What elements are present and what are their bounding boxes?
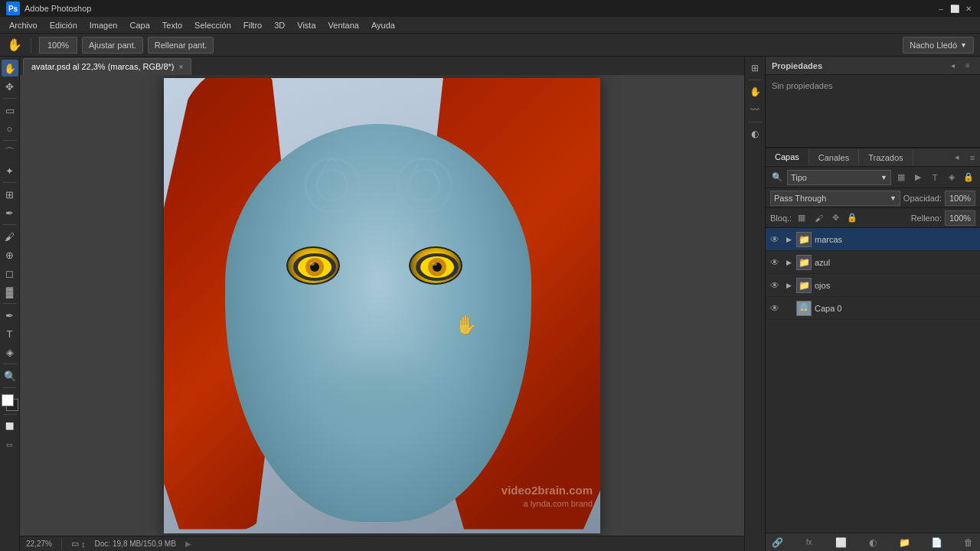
filter-smart-icon[interactable]: 🔒 [962, 171, 975, 184]
tool-icon-options: ✋ [6, 37, 23, 54]
layer-expand-azul[interactable]: ▶ [784, 258, 793, 267]
status-extras: ▭ ↕ [71, 539, 86, 549]
menu-filtro[interactable]: Filtro [237, 19, 268, 31]
filter-pixel-icon[interactable]: ▦ [894, 171, 908, 184]
filter-adjustment-icon[interactable]: ▶ [911, 171, 925, 184]
tab-close-button[interactable]: × [178, 63, 183, 71]
menu-archivo[interactable]: Archivo [3, 19, 44, 31]
properties-menu-button[interactable]: ≡ [962, 60, 974, 72]
tab-capas[interactable]: Capas [766, 149, 809, 165]
blend-mode-select[interactable]: Pass Through ▼ [770, 191, 900, 206]
add-group-button[interactable]: 📁 [898, 536, 912, 549]
move-tool-button[interactable]: ✥ [2, 78, 18, 95]
document-tab[interactable]: avatar.psd al 22,3% (marcas, RGB/8*) × [23, 58, 191, 75]
gradient-tool[interactable]: ▓ [2, 283, 18, 300]
fill-screen-button[interactable]: Rellenar pant. [148, 37, 214, 54]
tab-canales[interactable]: Canales [809, 150, 859, 165]
layers-menu-button[interactable]: ≡ [965, 150, 980, 165]
layer-item-ojos[interactable]: 👁 ▶ 📁 ojos [766, 274, 980, 297]
magic-wand-tool[interactable]: ✦ [2, 162, 18, 179]
layer-filter-row: 🔍 Tipo ▼ ▦ ▶ T ◈ 🔒 [766, 167, 980, 188]
tab-trazados[interactable]: Trazados [859, 150, 913, 165]
fit-screen-button[interactable]: Ajustar pant. [82, 37, 143, 54]
text-tool[interactable]: T [2, 325, 18, 342]
layer-item-marcas[interactable]: 👁 ▶ 📁 marcas [766, 228, 980, 251]
restore-button[interactable]: ⬜ [949, 3, 960, 14]
lasso-tool[interactable]: ⌒ [2, 144, 18, 161]
delete-layer-button[interactable]: 🗑 [962, 536, 975, 549]
close-button[interactable]: ✕ [963, 3, 974, 14]
layer-vis-ojos[interactable]: 👁 [769, 279, 781, 292]
layer-vis-azul[interactable]: 👁 [769, 256, 781, 269]
rtool-btn-4[interactable]: ◐ [746, 126, 763, 142]
path-select-tool[interactable]: ◈ [2, 344, 18, 360]
link-layers-button[interactable]: 🔗 [770, 536, 784, 549]
pen-tool[interactable]: ✒ [2, 307, 18, 324]
menu-ventana[interactable]: Ventana [322, 19, 365, 31]
add-adjustment-button[interactable]: ◐ [866, 536, 880, 549]
layer-item-capa0[interactable]: 👁 ▶ Capa 0 [766, 297, 980, 320]
add-mask-button[interactable]: ⬜ [834, 536, 848, 549]
crop-tool[interactable]: ⊞ [2, 186, 18, 203]
add-layer-button[interactable]: 📄 [929, 536, 943, 549]
title-bar: Ps Adobe Photoshop – ⬜ ✕ [0, 0, 980, 17]
properties-collapse-button[interactable]: ◂ [946, 60, 959, 72]
properties-panel-content: Sin propiedades [766, 75, 980, 96]
screen-mode-button[interactable]: ▭ [2, 436, 18, 453]
layers-collapse-button[interactable]: ◂ [949, 150, 965, 165]
status-arrow[interactable]: ▶ [185, 540, 191, 548]
eraser-tool[interactable]: ◻ [2, 265, 18, 282]
menu-seleccion[interactable]: Selección [188, 19, 237, 31]
menu-3d[interactable]: 3D [268, 19, 291, 31]
eyedropper-tool[interactable]: ✒ [2, 204, 18, 221]
layers-panel: Capas Canales Trazados ◂ ≡ 🔍 Tipo ▼ ▦ ▶ … [766, 148, 980, 551]
hand-tool-button[interactable]: ✋ [2, 60, 18, 77]
menu-ayuda[interactable]: Ayuda [365, 19, 401, 31]
add-layer-style-button[interactable]: fx [802, 536, 816, 549]
right-toolbar: ⊞ ✋ 〰 ◐ [744, 57, 766, 551]
rtool-btn-2[interactable]: ✋ [746, 83, 763, 100]
search-layers-icon[interactable]: 🔍 [770, 171, 784, 184]
menu-texto[interactable]: Texto [156, 19, 188, 31]
marquee-ellipse-tool[interactable]: ○ [2, 120, 18, 137]
menu-edicion[interactable]: Edición [44, 19, 83, 31]
lock-transparent-button[interactable]: ▦ [795, 211, 808, 225]
marquee-rect-tool[interactable]: ▭ [2, 102, 18, 119]
color-swatches[interactable] [2, 394, 18, 411]
minimize-button[interactable]: – [936, 3, 946, 14]
zoom-display[interactable]: 100% [39, 37, 77, 54]
rtool-btn-1[interactable]: ⊞ [746, 60, 763, 77]
quick-mask-button[interactable]: ⬜ [2, 418, 18, 435]
tab-bar: avatar.psd al 22,3% (marcas, RGB/8*) × [20, 57, 744, 75]
svg-point-2 [397, 158, 451, 212]
tab-label: avatar.psd al 22,3% (marcas, RGB/8*) [31, 62, 174, 71]
foreground-color-swatch[interactable] [2, 394, 14, 406]
lock-image-button[interactable]: 🖌 [812, 211, 825, 225]
lock-all-button[interactable]: 🔒 [845, 211, 859, 225]
user-name: Nacho Lledó [910, 41, 957, 50]
relleno-input[interactable]: 100% [945, 210, 975, 226]
menu-capa[interactable]: Capa [123, 19, 155, 31]
filter-shape-icon[interactable]: ◈ [945, 171, 959, 184]
menu-vista[interactable]: Vista [291, 19, 322, 31]
lock-position-button[interactable]: ✥ [828, 211, 842, 225]
tipo-select[interactable]: Tipo ▼ [787, 170, 891, 185]
menu-imagen[interactable]: Imagen [83, 19, 124, 31]
layer-expand-marcas[interactable]: ▶ [784, 235, 793, 244]
user-display[interactable]: Nacho Lledó ▼ [903, 37, 974, 54]
layer-item-azul[interactable]: 👁 ▶ 📁 azul [766, 251, 980, 274]
clone-tool[interactable]: ⊕ [2, 246, 18, 263]
rtool-btn-3[interactable]: 〰 [746, 102, 763, 119]
filter-type-icon[interactable]: T [928, 171, 942, 184]
status-info-icon[interactable]: ↕ [81, 540, 86, 549]
canvas-wrapper[interactable]: ✋ video2brain.com a lynda.com brand [20, 75, 744, 536]
opacity-input[interactable]: 100% [945, 191, 975, 206]
blend-mode-label: Pass Through [774, 194, 826, 203]
layer-expand-ojos[interactable]: ▶ [784, 281, 793, 290]
layer-vis-marcas[interactable]: 👁 [769, 233, 781, 246]
layer-vis-capa0[interactable]: 👁 [769, 302, 781, 315]
zoom-tool[interactable]: 🔍 [2, 367, 18, 384]
status-screen-icon[interactable]: ▭ [71, 539, 79, 549]
bloq-label: Bloq.: [770, 214, 792, 223]
brush-tool[interactable]: 🖌 [2, 228, 18, 245]
